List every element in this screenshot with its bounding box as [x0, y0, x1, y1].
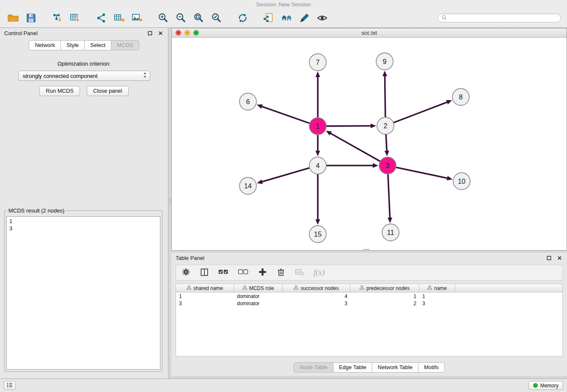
node-10[interactable]: 10 [453, 173, 470, 190]
edge-1-7[interactable] [316, 72, 320, 118]
search-box[interactable] [438, 14, 561, 22]
zoom-out-button[interactable] [173, 11, 188, 26]
edge-1-6[interactable] [257, 104, 310, 123]
tab-style[interactable]: Style [61, 40, 85, 50]
export-network-button[interactable] [94, 11, 108, 26]
zoom-window-button[interactable]: + [193, 30, 199, 36]
delete-row-button[interactable] [276, 266, 286, 279]
edge-4-3[interactable] [326, 163, 378, 168]
column-header-successor-nodes[interactable]: successor nodes [283, 284, 350, 292]
settings-gear-button[interactable] [181, 266, 191, 279]
column-header-label: successor nodes [300, 285, 339, 291]
close-table-panel-icon[interactable] [556, 255, 563, 261]
table-cell-mcds-role[interactable]: dominator [234, 300, 283, 307]
node-11[interactable]: 11 [382, 224, 399, 241]
tab-motifs[interactable]: Motifs [418, 362, 445, 373]
zoom-fit-button[interactable] [191, 11, 206, 26]
table-cell-shared-name[interactable]: 3 [176, 300, 234, 307]
export-image-button[interactable] [129, 11, 144, 26]
float-panel-icon[interactable] [147, 30, 153, 36]
table-panel: Table Panel f(x) shared nameMCDS rolesuc… [171, 253, 567, 376]
node-14[interactable]: 14 [239, 177, 256, 194]
horizontal-splitter-handle[interactable] [363, 249, 370, 251]
table-cell-shared-name[interactable]: 1 [176, 293, 234, 300]
edge-3-10[interactable] [396, 167, 453, 180]
node-3[interactable]: 3 [379, 157, 396, 174]
node-8[interactable]: 8 [452, 88, 469, 105]
function-builder-icon: f(x) [314, 268, 325, 277]
tab-node-table[interactable]: Node Table [294, 362, 333, 373]
task-history-button[interactable] [4, 381, 16, 390]
table-cell-predecessor-nodes[interactable]: 2 [350, 300, 419, 307]
zoom-out-icon [175, 12, 187, 24]
edge-3-11[interactable] [388, 174, 392, 223]
table-row[interactable]: 1dominator411 [176, 293, 562, 300]
table-cell-successor-nodes[interactable]: 3 [283, 300, 350, 307]
close-panel-icon[interactable] [157, 30, 164, 36]
toggle-details-button[interactable] [315, 11, 329, 26]
node-9[interactable]: 9 [376, 53, 393, 70]
close-panel-button[interactable]: Close panel [87, 86, 129, 96]
column-header-shared-name[interactable]: shared name [176, 284, 234, 292]
select-all-button[interactable] [218, 266, 229, 279]
node-2[interactable]: 2 [377, 117, 394, 134]
tab-network[interactable]: Network [29, 40, 61, 50]
memory-label: Memory [540, 383, 559, 389]
column-header-mcds-role[interactable]: MCDS role [234, 284, 283, 292]
edge-4-15[interactable] [316, 174, 320, 225]
edge-1-4[interactable] [316, 135, 320, 156]
table-cell-name[interactable]: 3 [419, 300, 455, 307]
tab-select[interactable]: Select [84, 40, 111, 50]
import-network-button[interactable] [50, 11, 64, 26]
network-window-titlebar[interactable]: × – + scc.txt [172, 28, 567, 38]
window-titlebar[interactable]: Session: New Session [0, 0, 567, 8]
node-7[interactable]: 7 [309, 54, 326, 71]
open-session-button[interactable] [6, 11, 20, 26]
edge-2-8[interactable] [394, 100, 452, 123]
float-table-panel-icon[interactable] [546, 255, 552, 261]
table-cell-successor-nodes[interactable]: 4 [283, 293, 350, 300]
table-cell-mcds-role[interactable]: dominator [234, 293, 283, 300]
memory-status-button[interactable]: Memory [528, 381, 563, 390]
minimize-window-button[interactable]: – [184, 30, 190, 36]
add-row-button[interactable] [258, 266, 267, 279]
network-overview-button[interactable] [279, 11, 294, 26]
mcds-result-text[interactable]: 1 3 [6, 216, 160, 370]
deselect-all-button[interactable] [238, 266, 249, 279]
edge-2-9[interactable] [383, 71, 387, 117]
tab-edge-table[interactable]: Edge Table [333, 362, 372, 373]
search-input[interactable] [449, 15, 557, 21]
column-header-name[interactable]: name [419, 284, 455, 292]
table-cell-name[interactable]: 1 [419, 293, 455, 300]
import-table-button[interactable] [68, 11, 82, 26]
edge-3-1[interactable] [326, 131, 380, 161]
apply-layout-button[interactable] [235, 11, 250, 26]
column-layout-button[interactable] [200, 266, 209, 279]
network-canvas[interactable]: 7968124314101511 [172, 38, 567, 250]
tab-mcds[interactable]: MCDS [111, 40, 139, 50]
close-window-button[interactable]: × [176, 30, 181, 36]
edge-1-2[interactable] [326, 124, 376, 128]
column-header-predecessor-nodes[interactable]: predecessor nodes [350, 284, 419, 292]
node-15[interactable]: 15 [309, 226, 326, 243]
export-table-button[interactable] [112, 11, 126, 26]
save-session-button[interactable] [24, 11, 38, 26]
table-row[interactable]: 3dominator323 [176, 300, 562, 307]
toolbar-group [6, 11, 38, 26]
node-6[interactable]: 6 [239, 93, 256, 110]
edge-2-3[interactable] [385, 134, 389, 156]
node-1[interactable]: 1 [309, 118, 326, 135]
zoom-selected-button[interactable] [209, 11, 223, 26]
run-mcds-button[interactable]: Run MCDS [39, 86, 80, 96]
table-cell-predecessor-nodes[interactable]: 1 [350, 293, 419, 300]
edge-4-14[interactable] [257, 168, 310, 184]
node-table: shared nameMCDS rolesuccessor nodesprede… [176, 284, 563, 356]
column-layout-icon [200, 268, 209, 278]
zoom-in-button[interactable] [156, 11, 170, 26]
apply-style-button[interactable] [297, 11, 311, 26]
show-graphics-details-button[interactable] [261, 11, 276, 26]
node-4[interactable]: 4 [309, 157, 326, 174]
tab-network-table[interactable]: Network Table [372, 362, 418, 373]
vertical-splitter-handle[interactable] [169, 198, 171, 205]
optimization-criterion-dropdown[interactable]: strongly connected component [18, 71, 150, 81]
